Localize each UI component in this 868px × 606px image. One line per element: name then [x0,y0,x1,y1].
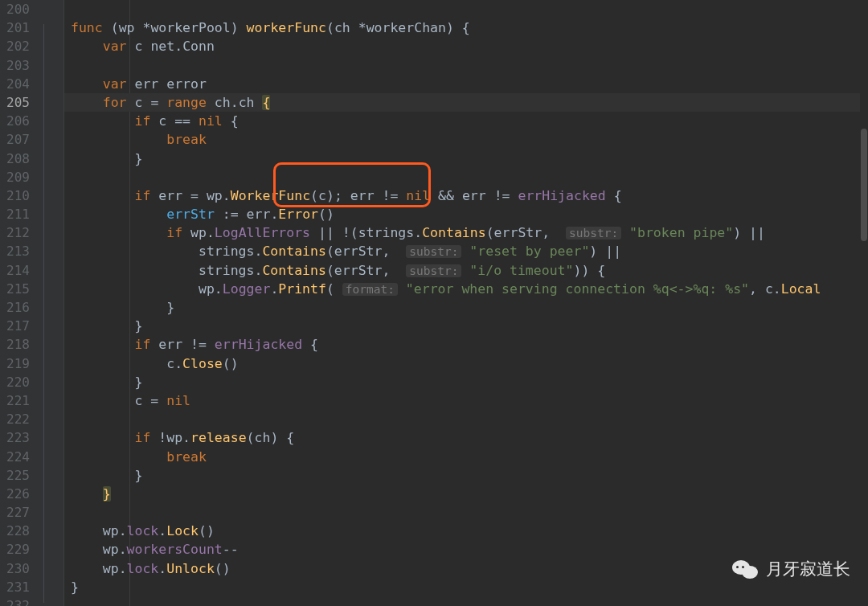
scrollbar-vertical[interactable] [860,0,868,606]
line-number: 221 [0,391,30,410]
code-content[interactable]: func (wp *workerPool) workerFunc(ch *wor… [64,0,868,606]
code-line[interactable] [64,410,868,428]
code-line[interactable]: c = nil [64,391,868,410]
code-line[interactable] [64,596,868,606]
line-number: 207 [0,130,30,149]
line-number: 208 [0,149,30,168]
line-number: 226 [0,485,30,503]
folding-bar[interactable] [34,0,64,606]
code-line[interactable]: if err = wp.WorkerFunc(c); err != nil &&… [64,186,868,205]
line-number: 205 [0,93,30,112]
code-line[interactable]: } [64,149,868,168]
line-number: 213 [0,242,30,260]
line-number: 217 [0,317,30,335]
line-number: 224 [0,448,30,466]
line-number: 200 [0,0,30,18]
code-line[interactable]: wp.workersCount-- [64,540,868,559]
line-number: 228 [0,522,30,540]
code-line[interactable]: wp.lock.Lock() [64,522,868,540]
code-line[interactable]: wp.Logger.Printf( format: "error when se… [64,280,868,298]
line-number: 202 [0,37,30,55]
code-line[interactable]: if c == nil { [64,112,868,130]
line-number: 227 [0,503,30,522]
code-line[interactable]: c.Close() [64,354,868,373]
code-line[interactable]: break [64,130,868,149]
line-number: 209 [0,168,30,186]
code-line[interactable]: } [64,298,868,317]
code-line[interactable]: strings.Contains(errStr, substr: "i/o ti… [64,261,868,280]
line-number: 206 [0,112,30,130]
line-number: 210 [0,186,30,205]
line-number: 203 [0,56,30,75]
line-number: 232 [0,596,30,606]
code-line[interactable]: if !wp.release(ch) { [64,428,868,447]
line-number: 231 [0,578,30,596]
line-number: 219 [0,354,30,373]
code-line[interactable]: func (wp *workerPool) workerFunc(ch *wor… [64,18,868,37]
code-line[interactable]: if err != errHijacked { [64,335,868,354]
line-number: 222 [0,410,30,428]
code-line[interactable]: strings.Contains(errStr, substr: "reset … [64,242,868,260]
code-line[interactable]: break [64,448,868,466]
code-line[interactable] [64,503,868,522]
code-line[interactable] [64,0,868,18]
code-line-current[interactable]: for c = range ch.ch { [64,93,868,112]
watermark-text: 月牙寂道长 [766,558,850,580]
watermark: 月牙寂道长 [732,558,850,580]
line-number: 216 [0,298,30,317]
code-line[interactable]: } [64,578,868,596]
line-number: 214 [0,261,30,280]
line-number: 225 [0,466,30,485]
line-number: 220 [0,373,30,391]
line-number: 211 [0,205,30,223]
scrollbar-thumb[interactable] [861,129,867,241]
code-line[interactable]: errStr := err.Error() [64,205,868,223]
line-number: 229 [0,540,30,559]
wechat-icon [732,558,761,580]
code-line[interactable]: if wp.LogAllErrors || !(strings.Contains… [64,223,868,242]
code-line[interactable]: } [64,485,868,503]
line-number-gutter: 200 201 202 203 204 205 206 207 208 209 … [0,0,34,606]
line-number: 218 [0,335,30,354]
line-number: 215 [0,280,30,298]
line-number: 212 [0,223,30,242]
code-editor[interactable]: 200 201 202 203 204 205 206 207 208 209 … [0,0,868,606]
code-line[interactable]: } [64,466,868,485]
code-line[interactable]: var c net.Conn [64,37,868,55]
code-line[interactable] [64,168,868,186]
code-line[interactable] [64,56,868,75]
line-number: 201 [0,18,30,37]
code-line[interactable]: } [64,373,868,391]
code-line[interactable]: var err error [64,75,868,93]
line-number: 230 [0,559,30,578]
code-line[interactable]: } [64,317,868,335]
line-number: 223 [0,428,30,447]
line-number: 204 [0,75,30,93]
